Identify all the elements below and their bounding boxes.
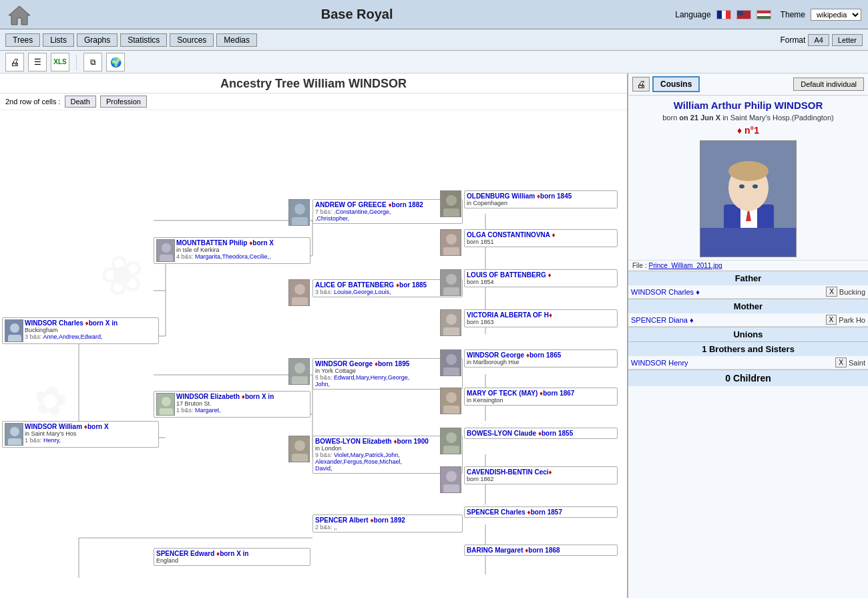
person-windsor-george-1865[interactable]: WINDSOR George ♦born 1865 in Marlborough… <box>464 349 618 367</box>
svg-point-77 <box>446 471 457 482</box>
number-badge: ♦ n°1 <box>628 123 868 138</box>
person-louis-battenberg[interactable]: LOUIS OF BATTENBERG ♦ born 1854 <box>464 269 618 287</box>
svg-rect-72 <box>443 406 459 414</box>
person-spencer-charles[interactable]: SPENCER Charles ♦born 1857 <box>464 506 618 518</box>
svg-point-44 <box>294 204 305 214</box>
person-mary-teck-right[interactable]: MARY OF TECK (MAY) ♦born 1867 in Kensing… <box>464 388 618 406</box>
theme-label: Theme <box>781 10 805 19</box>
profession-button[interactable]: Profession <box>100 96 147 108</box>
siblings-section-title: 1 Brothers and Sisters <box>628 341 868 356</box>
photo-andrew <box>288 199 310 226</box>
svg-rect-69 <box>443 367 459 376</box>
mother-row[interactable]: SPENCER Diana ♦ X Park Ho <box>628 313 868 327</box>
father-section-title: Father <box>628 271 868 285</box>
svg-point-35 <box>162 397 171 406</box>
svg-point-85 <box>739 184 744 188</box>
person-cavendish-bentin[interactable]: CAVENDISH-BENTIN Ceci♦ born 1862 <box>464 466 618 484</box>
photo-bowes-lyon-claude <box>440 428 461 454</box>
tree-title: Ancestry Tree William WINDSOR <box>0 73 627 94</box>
home-icon[interactable] <box>7 2 32 27</box>
svg-point-86 <box>752 184 758 188</box>
lists-button[interactable]: Lists <box>43 33 74 47</box>
photo-victoria <box>440 309 461 336</box>
person-baring-margaret[interactable]: BARING Margaret ♦born 1868 <box>464 545 618 556</box>
sibling-row[interactable]: WINDSOR Henry X Saint <box>628 356 868 369</box>
born-date: on 21 Jun X <box>679 114 720 122</box>
sibling-name[interactable]: WINDSOR Henry <box>631 359 833 367</box>
person-elizabeth[interactable]: WINDSOR Elizabeth ♦born X in 17 Bruton S… <box>154 391 310 418</box>
svg-rect-54 <box>292 454 308 462</box>
svg-rect-45 <box>292 217 308 226</box>
svg-point-50 <box>294 363 305 373</box>
language-label: Language <box>675 10 710 19</box>
svg-rect-33 <box>8 335 21 342</box>
photo-louis <box>440 269 461 296</box>
mother-section-title: Mother <box>628 299 868 313</box>
person-spencer-edward[interactable]: SPENCER Edward ♦born X in England <box>154 548 310 566</box>
trees-button[interactable]: Trees <box>5 33 40 47</box>
mother-name[interactable]: SPENCER Diana ♦ <box>631 316 824 324</box>
svg-point-84 <box>728 161 769 181</box>
format-a4-button[interactable]: A4 <box>808 34 829 46</box>
copy-icon-button[interactable]: ⧉ <box>83 53 102 71</box>
svg-point-59 <box>446 234 457 245</box>
photo-bowes-lyon <box>288 436 310 462</box>
svg-rect-48 <box>292 297 308 306</box>
svg-point-53 <box>294 440 305 451</box>
globe-icon-button[interactable]: 🌍 <box>106 53 125 71</box>
svg-point-68 <box>446 354 457 365</box>
father-x-button[interactable]: X <box>826 287 837 297</box>
sibling-place: Saint <box>849 359 865 367</box>
svg-rect-66 <box>443 327 459 336</box>
format-letter-button[interactable]: Letter <box>832 34 863 46</box>
svg-rect-51 <box>292 376 308 385</box>
unions-section-title: Unions <box>628 327 868 341</box>
children-section-title: 0 Children <box>628 369 868 386</box>
svg-rect-60 <box>443 247 459 256</box>
detail-person-name[interactable]: William Arthur Philip WINDSOR <box>628 96 868 112</box>
detail-born-info: born on 21 Jun X in Saint Mary's Hosp.(P… <box>628 112 868 123</box>
person-charles[interactable]: WINDSOR Charles ♦born X in Buckingham 3 … <box>2 317 159 344</box>
death-button[interactable]: Death <box>65 96 96 108</box>
theme-select[interactable]: wikipedia <box>811 9 861 21</box>
person-olga[interactable]: OLGA CONSTANTINOVNA ♦ born 1851 <box>464 229 618 247</box>
row-label: 2nd row of cells : <box>5 98 61 106</box>
father-place: Bucking <box>839 288 865 296</box>
panel-print-button[interactable]: 🖨 <box>632 77 650 92</box>
person-bowes-lyon-claude[interactable]: BOWES-LYON Claude ♦born 1855 <box>464 428 618 439</box>
graphs-button[interactable]: Graphs <box>77 33 118 47</box>
flag-fr[interactable] <box>716 10 731 19</box>
person-mountbatten[interactable]: MOUNTBATTEN Philip ♦born X in Isle of Ke… <box>154 237 310 264</box>
photo-oldenburg <box>440 190 461 217</box>
sources-button[interactable]: Sources <box>170 33 214 47</box>
medias-button[interactable]: Medias <box>216 33 257 47</box>
svg-point-56 <box>446 195 457 206</box>
father-row[interactable]: WINDSOR Charles ♦ X Bucking <box>628 285 868 299</box>
photo-alice <box>288 279 310 306</box>
svg-rect-36 <box>160 408 173 416</box>
file-label: File <box>632 262 643 269</box>
excel-icon-button[interactable]: XLS <box>51 53 69 71</box>
person-victoria-alberta[interactable]: VICTORIA ALBERTA OF H♦ born 1863 <box>464 309 618 327</box>
statistics-button[interactable]: Statistics <box>120 33 167 47</box>
mother-x-button[interactable]: X <box>826 315 837 325</box>
flag-hu[interactable] <box>756 10 771 19</box>
person-william[interactable]: WINDSOR William ♦born X in Saint Mary's … <box>2 421 159 448</box>
svg-rect-75 <box>443 446 459 454</box>
person-oldenburg[interactable]: OLDENBURG William ♦born 1845 in Copenhag… <box>464 190 618 208</box>
default-individual-button[interactable]: Default individual <box>793 78 864 91</box>
svg-rect-78 <box>443 484 459 493</box>
father-name[interactable]: WINDSOR Charles ♦ <box>631 288 824 296</box>
person-spencer-albert[interactable]: SPENCER Albert ♦born 1892 2 b&s: ,, <box>312 514 463 533</box>
file-name[interactable]: Prince_William_2011.jpg <box>648 262 722 269</box>
svg-rect-63 <box>443 287 459 296</box>
sibling-x-button[interactable]: X <box>835 357 847 367</box>
svg-rect-42 <box>160 255 173 262</box>
flag-us[interactable] <box>736 10 751 19</box>
list-icon-button[interactable]: ☰ <box>28 53 47 71</box>
cousins-button[interactable]: Cousins <box>652 76 700 92</box>
photo-cavendish <box>440 466 461 493</box>
svg-point-62 <box>446 274 457 285</box>
print-icon-button[interactable]: 🖨 <box>5 53 24 71</box>
file-info: File : Prince_William_2011.jpg <box>628 260 868 271</box>
